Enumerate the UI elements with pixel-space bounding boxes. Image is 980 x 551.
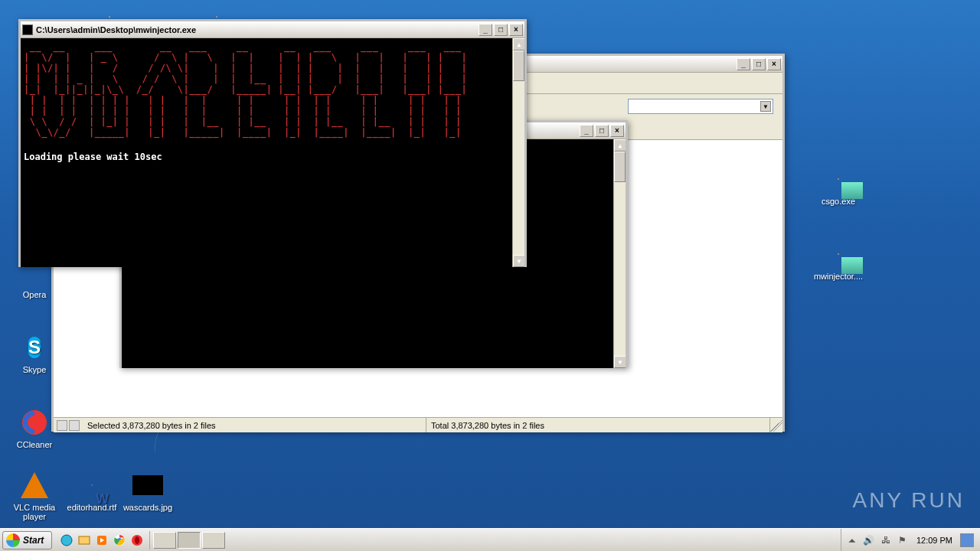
close-button[interactable]: × — [767, 58, 781, 70]
scroll-thumb[interactable] — [513, 51, 524, 81]
console1-titlebar[interactable]: C:\Users\admin\Desktop\mwinjector.exe _ … — [21, 21, 524, 38]
network-icon[interactable]: 🖧 — [880, 534, 892, 546]
exe-icon — [838, 253, 839, 255]
fm-status-bar: Selected 3,873,280 bytes in 2 files Tota… — [54, 417, 782, 432]
desktop-icon-label: Skype — [23, 365, 47, 374]
minimize-button[interactable]: _ — [580, 125, 593, 137]
desktop-icon-csgo-exe[interactable]: csgo.exe — [812, 164, 865, 206]
watermark: ANY RUN — [852, 488, 965, 513]
scroll-up-button[interactable]: ▲ — [614, 139, 626, 152]
svg-point-0 — [61, 535, 72, 546]
vertical-scrollbar[interactable]: ▲ ▼ — [512, 38, 524, 267]
desktop-icon-label: VLC media player — [8, 503, 61, 521]
windows-logo-icon — [6, 533, 20, 547]
exe-icon — [838, 178, 839, 180]
scroll-up-button[interactable]: ▲ — [513, 38, 524, 51]
minimize-button[interactable]: _ — [479, 24, 492, 36]
fm-view-icon[interactable] — [57, 420, 67, 431]
resize-grip[interactable] — [770, 419, 782, 432]
desktop-icon-wascards-jpg[interactable]: wascards.jpg — [121, 470, 175, 512]
task-buttons — [150, 532, 841, 549]
txt-icon — [216, 16, 217, 18]
ccleaner-icon — [19, 407, 50, 438]
task-button[interactable] — [202, 532, 225, 549]
chrome-icon[interactable] — [112, 533, 127, 548]
tray-expand-icon[interactable]: ⏶ — [846, 534, 858, 546]
dropdown-arrow-icon[interactable]: ▼ — [760, 101, 771, 112]
maximize-button[interactable]: □ — [494, 24, 508, 36]
svg-rect-1 — [79, 536, 90, 544]
desktop-icon-vlc-media-player[interactable]: VLC media player — [8, 470, 61, 521]
black-icon — [132, 475, 163, 495]
explorer-icon[interactable] — [77, 533, 92, 548]
task-button[interactable] — [153, 532, 176, 549]
fm-view-icon[interactable] — [69, 420, 80, 431]
fm-status-total: Total 3,873,280 bytes in 2 files — [426, 418, 770, 432]
desktop-icon-label: editorhand.rtf — [67, 503, 117, 512]
ie-icon[interactable] — [59, 533, 74, 548]
skype-icon: S — [28, 337, 41, 358]
minimize-button[interactable]: _ — [737, 58, 750, 70]
console-window-1[interactable]: C:\Users\admin\Desktop\mwinjector.exe _ … — [18, 19, 527, 267]
console-loading-message: Loading please wait 10sec — [24, 152, 521, 162]
close-button[interactable]: × — [610, 125, 624, 137]
scroll-down-button[interactable]: ▼ — [614, 356, 626, 368]
maximize-button[interactable]: □ — [752, 58, 766, 70]
start-label: Start — [23, 535, 44, 546]
scroll-down-button[interactable]: ▼ — [513, 255, 524, 267]
opera-ql-icon[interactable] — [129, 533, 145, 548]
word-icon — [91, 484, 93, 486]
desktop-icon-label: wascards.jpg — [123, 503, 172, 512]
fm-path-dropdown[interactable]: ▼ — [628, 99, 773, 114]
scroll-thumb[interactable] — [614, 152, 626, 182]
console-ascii-art: __ __ ___ __ ___ __ __ ___ ___ ___ ___ |… — [24, 41, 521, 138]
desktop-icon-mwinjector-[interactable]: mwinjector.... — [812, 239, 865, 281]
vlc-icon — [21, 472, 48, 498]
console1-title: C:\Users\admin\Desktop\mwinjector.exe — [36, 25, 479, 34]
desktop-icon-editorhand-rtf[interactable]: editorhand.rtf — [65, 470, 119, 512]
task-button[interactable] — [178, 532, 201, 549]
txt-icon — [109, 16, 110, 18]
taskbar: Start ⏶ 🔊 🖧 ⚑ 12:09 PM — [0, 528, 980, 551]
maximize-button[interactable]: □ — [595, 125, 609, 137]
console-icon — [22, 24, 33, 35]
desktop-icon-label: Opera — [23, 290, 47, 299]
media-player-icon[interactable] — [94, 533, 109, 548]
svg-point-6 — [135, 536, 139, 544]
desktop-icon-label: CCleaner — [17, 440, 52, 449]
start-button[interactable]: Start — [2, 531, 52, 549]
flag-icon[interactable]: ⚑ — [897, 534, 909, 546]
taskbar-clock[interactable]: 12:09 PM — [913, 536, 956, 545]
vertical-scrollbar[interactable]: ▲ ▼ — [613, 139, 626, 368]
fm-status-selected: Selected 3,873,280 bytes in 2 files — [83, 418, 426, 432]
show-desktop-button[interactable] — [960, 533, 974, 547]
system-tray: ⏶ 🔊 🖧 ⚑ 12:09 PM — [841, 529, 980, 551]
watermark-text: ANY RUN — [852, 488, 965, 513]
close-button[interactable]: × — [509, 24, 523, 36]
volume-icon[interactable]: 🔊 — [863, 534, 875, 546]
quick-launch — [54, 531, 150, 549]
